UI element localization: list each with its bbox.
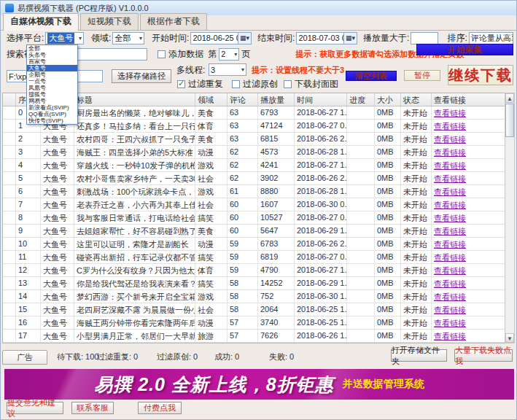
row-selector-cell[interactable] bbox=[3, 251, 16, 263]
platform-option[interactable]: QQ看点(SVIP) bbox=[27, 111, 77, 117]
view-link[interactable]: 查看链接 bbox=[432, 198, 505, 211]
platform-option[interactable]: 网易号 bbox=[27, 98, 77, 104]
platform-option[interactable]: 新浪看点(SVIP) bbox=[27, 104, 77, 111]
view-link[interactable]: 查看链接 bbox=[432, 290, 505, 303]
open-folder-button[interactable]: 打开存储文件夹 bbox=[391, 349, 447, 362]
platform-option[interactable]: 大鱼号 bbox=[27, 65, 77, 71]
view-link[interactable]: 查看链接 bbox=[432, 106, 505, 119]
sort-select[interactable]: 评论量从高到低 ▾ bbox=[469, 32, 513, 44]
view-link[interactable]: 查看链接 bbox=[432, 146, 505, 158]
add-data-checkbox-label[interactable]: 添加数据 bbox=[158, 48, 203, 61]
calendar-icon[interactable]: ▦▾ bbox=[238, 32, 252, 44]
scroll-up-icon[interactable]: ▲ bbox=[505, 93, 514, 103]
platform-option[interactable]: 百家号 bbox=[27, 58, 77, 65]
table-row[interactable]: 14 大鱼号 梦幻西游：买个新号来开启全宝箱，运气... 游戏 58 752 2… bbox=[3, 290, 505, 303]
promo-banner[interactable]: 易撰 2.0 全新上线，8折钜惠 并送数据管理系统 bbox=[4, 369, 514, 400]
platform-option[interactable]: 头条号 bbox=[27, 52, 77, 58]
feedback-button[interactable]: 提交意见和建议 bbox=[7, 402, 63, 414]
threads-select[interactable]: 3 ▾ bbox=[209, 63, 246, 76]
view-link[interactable]: 查看链接 bbox=[432, 133, 505, 145]
row-selector-cell[interactable] bbox=[3, 146, 16, 158]
row-selector-cell[interactable] bbox=[3, 159, 16, 171]
row-selector-cell[interactable] bbox=[3, 172, 16, 184]
row-selector-cell[interactable] bbox=[3, 330, 16, 342]
table-row[interactable]: 5 大鱼号 农村小哥售卖家乡特产，一天卖300斤，吃... 社会 62 3902… bbox=[3, 172, 505, 185]
row-selector-cell[interactable] bbox=[3, 185, 16, 198]
ad-tab[interactable]: 广告 bbox=[2, 350, 47, 365]
platform-option[interactable]: 一点号 bbox=[27, 78, 77, 85]
table-row[interactable]: 16 大鱼号 海贼王两分钟带你看完索隆两年后的霸气瞬间 动漫 57 3740 2… bbox=[3, 316, 505, 330]
view-link[interactable]: 查看链接 bbox=[432, 303, 505, 316]
platform-option[interactable]: 凤凰号 bbox=[27, 85, 77, 91]
page-select[interactable]: 2 ▾ bbox=[219, 48, 239, 61]
row-selector-cell[interactable] bbox=[3, 277, 16, 289]
row-selector-cell[interactable] bbox=[3, 290, 16, 303]
row-selector-cell[interactable] bbox=[3, 303, 16, 316]
pause-button[interactable]: 暂停 bbox=[404, 70, 440, 81]
choose-path-button[interactable]: 选择存储路径 bbox=[112, 69, 171, 83]
download-cover-label[interactable]: 下载封面图 bbox=[284, 78, 338, 90]
view-link[interactable]: 查看链接 bbox=[432, 264, 505, 276]
scrollbar-thumb[interactable] bbox=[505, 104, 514, 137]
view-link[interactable]: 查看链接 bbox=[432, 159, 505, 171]
table-row[interactable]: 7 大鱼号 老表乔迁之喜，小六再为其奉上佳对贺新... 社会 60 1607 2… bbox=[3, 198, 505, 211]
row-selector-cell[interactable] bbox=[3, 120, 16, 132]
filter-original-label[interactable]: 过滤原创 bbox=[232, 78, 278, 90]
view-link[interactable]: 查看链接 bbox=[432, 185, 505, 198]
end-time-input[interactable]: 2018-07-03 00:00 bbox=[296, 32, 344, 44]
view-link[interactable]: 查看链接 bbox=[432, 316, 505, 329]
table-row[interactable]: 11 大鱼号 碰瓷再出新招，行车记录仪都不管用，让... 搞笑 59 6819 … bbox=[3, 251, 505, 264]
table-row[interactable]: 1 大鱼号 还真多！马拉多纳：看台上一只行走的表情包 体育 63 47124 2… bbox=[3, 120, 505, 133]
platform-option[interactable]: 全部 bbox=[27, 45, 77, 52]
row-selector-cell[interactable] bbox=[3, 106, 16, 119]
view-link[interactable]: 查看链接 bbox=[432, 251, 505, 263]
view-link[interactable]: 查看链接 bbox=[432, 120, 505, 132]
add-data-checkbox[interactable] bbox=[158, 50, 166, 58]
filter-original-checkbox[interactable] bbox=[232, 80, 240, 88]
table-row[interactable]: 0 大鱼号 厨房最出名的懒菜，绝对够味儿，农村小... 美食 63 6793 2… bbox=[3, 106, 505, 120]
table-row[interactable]: 15 大鱼号 老四厨艺深藏不露 为晨晨做一份小龙虾晨... 社会 58 2064… bbox=[3, 303, 505, 316]
row-selector-cell[interactable] bbox=[3, 238, 16, 250]
platform-option[interactable]: 快传号(SVIP) bbox=[27, 117, 77, 124]
platform-option[interactable]: 搜狐号 bbox=[27, 91, 77, 98]
row-selector-cell[interactable] bbox=[3, 198, 16, 211]
view-link[interactable]: 查看链接 bbox=[432, 225, 505, 237]
view-link[interactable]: 查看链接 bbox=[432, 277, 505, 289]
continue-download-button[interactable]: 继续下载 bbox=[448, 65, 513, 85]
table-row[interactable]: 6 大鱼号 刺激战场：100个玩家跳伞卡点，却没人去... 游戏 61 8880… bbox=[3, 185, 505, 198]
clear-list-button[interactable]: 清空列表 bbox=[346, 71, 397, 81]
tab-short-video-download[interactable]: 短视频下载 bbox=[80, 13, 139, 30]
table-row[interactable]: 12 大鱼号 C罗为什么没有纹身？只因为他太有爱心。... 体育 59 4790… bbox=[3, 264, 505, 277]
calendar-icon[interactable]: ▦▾ bbox=[344, 32, 357, 44]
row-selector-cell[interactable] bbox=[3, 211, 16, 224]
pay-button[interactable]: 付费点我 bbox=[138, 402, 182, 414]
table-scrollbar[interactable]: ▲ ▼ bbox=[505, 93, 515, 343]
download-cover-checkbox[interactable] bbox=[284, 80, 292, 88]
row-selector-cell[interactable] bbox=[3, 133, 16, 145]
row-selector-cell[interactable] bbox=[3, 225, 16, 237]
scroll-down-icon[interactable]: ▼ bbox=[505, 333, 514, 343]
table-row[interactable]: 10 大鱼号 这里可以证明，索隆才是副船长 动漫 59 6783 2018-06… bbox=[3, 238, 505, 251]
start-collect-button[interactable]: 开始采集 bbox=[416, 44, 513, 55]
view-link[interactable]: 查看链接 bbox=[432, 238, 505, 250]
start-time-input[interactable]: 2018-06-25 00:00 bbox=[190, 32, 238, 44]
filter-duplicate-label[interactable]: 过滤重复 bbox=[177, 78, 223, 90]
platform-select[interactable]: 大鱼号 ▾ bbox=[45, 32, 84, 44]
table-row[interactable]: 13 大鱼号 你是给我代驾还是给我表演来看？太搞笑了 搞笑 58 14252 2… bbox=[3, 277, 505, 290]
table-row[interactable]: 3 大鱼号 海贼王：四皇选择小弟的5大标准，海怪红... 动漫 62 4573 … bbox=[3, 146, 505, 159]
tab-by-author-download[interactable]: 根据作者下载 bbox=[140, 13, 207, 30]
view-link[interactable]: 查看链接 bbox=[432, 330, 505, 342]
table-row[interactable]: 4 大鱼号 穿越火线：一秒钟10发子弹的机枪，右键... 游戏 62 4241 … bbox=[3, 159, 505, 172]
platform-option[interactable]: 企鹅号 bbox=[27, 71, 77, 78]
download-fail-help-button[interactable]: 大量下载失败点我 bbox=[454, 349, 513, 362]
tab-media-video-download[interactable]: 自媒体视频下载 bbox=[3, 13, 79, 31]
filter-duplicate-checkbox[interactable] bbox=[177, 80, 185, 88]
view-link[interactable]: 查看链接 bbox=[432, 172, 505, 184]
row-selector-cell[interactable] bbox=[3, 264, 16, 276]
table-row[interactable]: 17 大鱼号 小型男满月正常，邻居们一大早就过来道... 旅游 57 7626 … bbox=[3, 330, 505, 343]
row-selector-cell[interactable] bbox=[3, 316, 16, 329]
table-row[interactable]: 2 大鱼号 农村四哥：王四六叔抓了一只兔子，全家... 美食 63 6815 2… bbox=[3, 133, 505, 146]
contact-support-button[interactable]: 联系客服 bbox=[71, 402, 114, 414]
domain-select[interactable]: 全部 ▾ bbox=[112, 32, 144, 44]
table-row[interactable]: 9 大鱼号 去姐姐家帮忙，好不容易碰到熟了的火龙... 美食 60 5647 2… bbox=[3, 225, 505, 238]
